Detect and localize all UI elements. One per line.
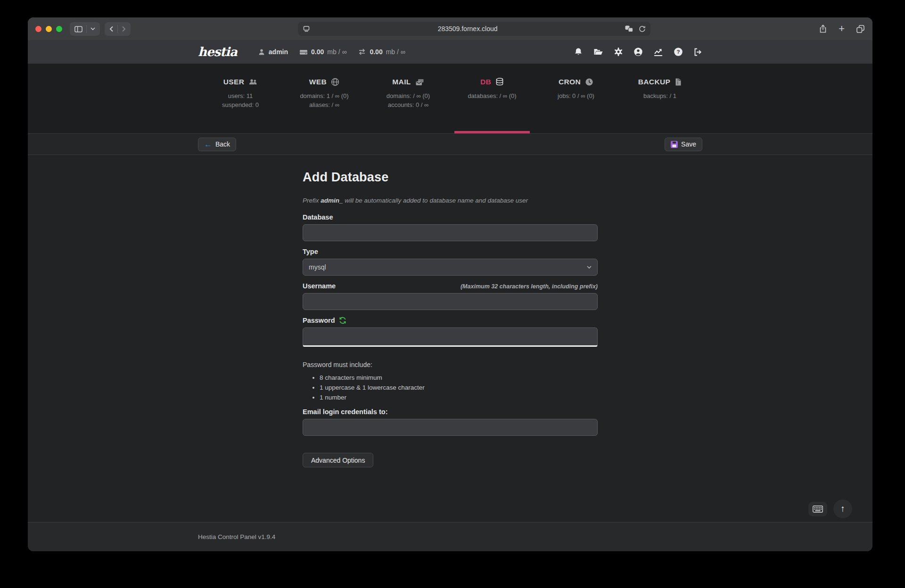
- password-label: Password: [303, 317, 335, 324]
- database-icon: [495, 78, 504, 86]
- new-tab-icon[interactable]: +: [839, 24, 845, 34]
- save-button[interactable]: Save: [665, 138, 702, 151]
- history-nav-group: [105, 22, 131, 36]
- tab-stat: suspended: 0: [201, 100, 280, 109]
- browser-right-tools: +: [819, 24, 865, 34]
- tab-user[interactable]: USER users: 11 suspended: 0: [201, 64, 280, 133]
- share-icon[interactable]: [819, 24, 827, 33]
- chevron-down-icon[interactable]: [90, 27, 96, 31]
- type-select[interactable]: mysql: [303, 259, 598, 276]
- generate-password-icon[interactable]: [339, 317, 346, 324]
- page-settings-icon[interactable]: [303, 25, 310, 33]
- user-icon: [258, 49, 265, 56]
- divider: [86, 25, 87, 33]
- requirement-item: 1 number: [320, 392, 598, 402]
- page-title: Add Database: [303, 170, 598, 185]
- keyboard-shortcuts-button[interactable]: [808, 502, 827, 516]
- requirement-item: 8 characters minimum: [320, 373, 598, 383]
- file-manager-icon[interactable]: [593, 48, 603, 56]
- email-label: Email login credentials to:: [303, 408, 598, 416]
- prefix-note: Prefix admin_ will be automatically adde…: [303, 197, 598, 204]
- password-requirements-list: 8 characters minimum 1 uppercase & 1 low…: [313, 373, 598, 402]
- notifications-icon[interactable]: [574, 47, 583, 57]
- requirement-item: 1 uppercase & 1 lowercase character: [320, 383, 598, 392]
- tab-stat: users: 11: [201, 91, 280, 100]
- statistics-icon[interactable]: [653, 48, 663, 57]
- app-footer: Hestia Control Panel v1.9.4: [28, 522, 872, 551]
- help-icon[interactable]: ?: [674, 47, 683, 57]
- password-requirements-title: Password must include:: [303, 361, 598, 368]
- back-arrow-icon: ←: [204, 140, 212, 148]
- tab-stat: domains: 1 / ∞ (0): [285, 91, 364, 100]
- save-button-label: Save: [681, 140, 696, 148]
- scroll-to-top-button[interactable]: ↑: [833, 499, 852, 518]
- tab-stat: jobs: 0 / ∞ (0): [536, 91, 616, 100]
- sidebar-toggle-group: [70, 22, 100, 36]
- forward-nav-icon[interactable]: [121, 25, 126, 33]
- database-input[interactable]: [303, 224, 598, 241]
- tab-db[interactable]: DB databases: / ∞ (0): [452, 64, 532, 133]
- account-usage: admin 0.00 mb / ∞ 0.00 mb / ∞: [258, 48, 405, 56]
- back-button-label: Back: [215, 140, 230, 148]
- password-label-row: Password: [303, 317, 598, 324]
- sidebar-icon[interactable]: [74, 25, 83, 33]
- username-input[interactable]: [303, 293, 598, 310]
- page-content: Add Database Prefix admin_ will be autom…: [28, 155, 872, 522]
- hestia-logo[interactable]: hestia: [198, 45, 237, 59]
- mail-icon: [415, 78, 424, 86]
- globe-icon: [331, 78, 339, 86]
- zoom-window-button[interactable]: [56, 26, 62, 32]
- bandwidth-unit: mb / ∞: [386, 48, 405, 56]
- advanced-options-button[interactable]: Advanced Options: [303, 453, 373, 467]
- logout-icon[interactable]: [693, 48, 702, 57]
- tab-web[interactable]: WEB domains: 1 / ∞ (0) aliases: / ∞: [285, 64, 364, 133]
- minimize-window-button[interactable]: [46, 26, 52, 32]
- tab-backup[interactable]: BACKUP backups: / 1: [620, 64, 699, 133]
- browser-window: 283509.fornex.cloud + hestia: [28, 17, 872, 551]
- main-navigation: USER users: 11 suspended: 0 WEB domains:: [28, 64, 872, 133]
- tab-mail[interactable]: MAIL domains: / ∞ (0) accounts: 0 / ∞: [369, 64, 448, 133]
- tab-stat: backups: / 1: [620, 91, 699, 100]
- tab-cron[interactable]: CRON jobs: 0 / ∞ (0): [536, 64, 616, 133]
- hard-drive-icon: [299, 49, 308, 56]
- profile-icon[interactable]: [634, 47, 643, 57]
- clock-icon: [585, 78, 593, 86]
- tab-stat: domains: / ∞ (0): [369, 91, 448, 100]
- username-label: Username: [303, 282, 336, 290]
- back-nav-icon[interactable]: [109, 25, 114, 33]
- divider: [117, 25, 118, 33]
- settings-icon[interactable]: [614, 47, 623, 57]
- action-toolbar: ← Back Save: [28, 133, 872, 155]
- logged-in-user[interactable]: admin: [258, 48, 288, 56]
- reload-icon[interactable]: [639, 25, 646, 33]
- username-hint: (Maximum 32 characters length, including…: [461, 283, 598, 290]
- disk-unit: mb / ∞: [327, 48, 346, 56]
- translate-icon[interactable]: [625, 25, 633, 32]
- floating-actions: ↑: [808, 499, 852, 518]
- tab-stat: databases: / ∞ (0): [452, 91, 532, 100]
- svg-text:?: ?: [676, 49, 680, 55]
- password-input[interactable]: [303, 327, 598, 347]
- email-input[interactable]: [303, 419, 598, 436]
- tab-stat: aliases: / ∞: [285, 100, 364, 109]
- prefix-value: admin_: [321, 197, 343, 204]
- tab-overview-icon[interactable]: [856, 24, 865, 33]
- tab-stat: accounts: 0 / ∞: [369, 100, 448, 109]
- keyboard-icon: [813, 506, 823, 513]
- address-bar[interactable]: 283509.fornex.cloud: [298, 22, 650, 36]
- bandwidth-value: 0.00: [370, 48, 382, 56]
- back-button[interactable]: ← Back: [198, 138, 236, 151]
- type-select-wrap: mysql: [303, 259, 598, 276]
- disk-value: 0.00: [311, 48, 324, 56]
- username-text: admin: [269, 48, 288, 56]
- close-window-button[interactable]: [35, 26, 41, 32]
- archive-icon: [675, 78, 682, 86]
- url-text: 283509.fornex.cloud: [310, 25, 625, 33]
- transfer-icon: [358, 48, 366, 56]
- header-actions: ?: [574, 47, 702, 57]
- bandwidth-usage: 0.00 mb / ∞: [358, 48, 405, 56]
- database-label: Database: [303, 213, 598, 221]
- window-controls: [35, 26, 62, 32]
- add-database-form: Add Database Prefix admin_ will be autom…: [303, 155, 598, 467]
- address-bar-area: 283509.fornex.cloud: [135, 22, 813, 36]
